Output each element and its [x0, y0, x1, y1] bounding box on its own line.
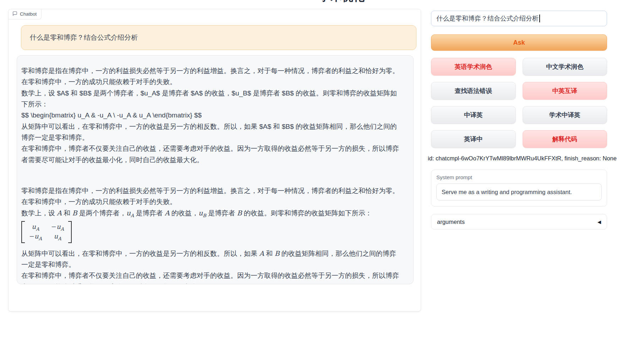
function-button[interactable]: 查找语法错误 [431, 82, 516, 100]
assistant-raw-line: 数学上，设 $A$ 和 $B$ 是两个博弈者，$u_A$ 是博弈者 $A$ 的收… [21, 88, 403, 110]
function-button[interactable]: 中译英 [431, 106, 516, 124]
accordion-collapse-icon: ◀ [597, 219, 601, 225]
chat-bubble-icon [12, 11, 17, 17]
assistant-message: 零和博弈是指在博弈中，一方的利益损失必然等于另一方的利益增益。换言之，对于每一种… [17, 55, 414, 284]
math-variable: uA [29, 222, 42, 232]
assistant-raw-line: 从矩阵中可以看出，在零和博弈中，一方的收益是另一方的相反数。所以，如果 $A$ … [21, 121, 403, 143]
payoff-matrix: uA−uA−uAuA [21, 221, 403, 247]
math-variable: uA [126, 209, 134, 217]
assistant-rendered-line: 从矩阵中可以看出，在零和博弈中，一方的收益是另一方的相反数。所以，如果 A 和 … [21, 248, 403, 270]
app-root: 学术优化 Chatbot 什么是零和博弈？结合公式介绍分析 零和博弈是指在博弈中… [0, 0, 644, 341]
matrix-right-bracket [68, 221, 72, 243]
function-button[interactable]: 英语学术润色 [431, 58, 516, 76]
assistant-rendered-line: 数学上，设 A 和 B 是两个博弈者，uA 是博弈者 A 的收益，uB 是博弈者… [21, 208, 403, 219]
system-prompt-label: System prompt [436, 174, 602, 180]
system-prompt-group: System prompt Serve me as a writing and … [431, 170, 607, 207]
function-button[interactable]: 中英互译 [523, 82, 607, 100]
controls-column: 什么是零和博弈？结合公式介绍分析 Ask 英语学术润色中文学术润色查找语法错误中… [431, 0, 607, 248]
question-input-value: 什么是零和博弈？结合公式介绍分析 [436, 14, 539, 23]
user-message-bubble: 什么是零和博弈？结合公式介绍分析 [21, 25, 416, 50]
math-variable: uB [198, 209, 206, 217]
ask-button[interactable]: Ask [431, 34, 607, 51]
function-button[interactable]: 解释代码 [523, 130, 607, 148]
function-button-grid: 英语学术润色中文学术润色查找语法错误中英互译中译英学术中译英英译中解释代码 [431, 58, 607, 148]
text-cursor [539, 15, 540, 22]
system-prompt-value: Serve me as a writing and programming as… [442, 189, 572, 196]
function-button[interactable]: 英译中 [431, 130, 516, 148]
assistant-rendered-line: 在零和博弈中，博弈者不仅要关注自己的收益，还需要考虑对手的收益。因为一方取得的收… [21, 270, 403, 284]
math-variable: uA [51, 232, 64, 242]
message-gap [21, 165, 403, 185]
math-variable: A [57, 209, 62, 217]
assistant-raw-line: $$ \begin{bmatrix} u_A & -u_A \ -u_A & u… [21, 110, 403, 121]
math-variable: B [237, 209, 242, 217]
chatbot-label: Chatbot [9, 9, 42, 20]
assistant-raw-line: 零和博弈是指在博弈中，一方的利益损失必然等于另一方的利益增益。换言之，对于每一种… [21, 65, 403, 88]
arguments-accordion[interactable]: arguments ◀ [431, 214, 607, 230]
system-prompt-input[interactable]: Serve me as a writing and programming as… [436, 183, 602, 200]
arguments-accordion-label: arguments [437, 219, 465, 225]
math-variable: B [72, 209, 77, 217]
math-variable: A [259, 249, 264, 257]
matrix-left-bracket [21, 221, 25, 243]
assistant-rendered-line: 零和博弈是指在博弈中，一方的利益损失必然等于另一方的利益增益。换言之，对于每一种… [21, 185, 403, 208]
status-line: id: chatcmpl-6wOo7KrYTwMl89lbrMWRu4UkFFX… [428, 155, 617, 162]
math-variable: −uA [51, 222, 64, 232]
chatbot-panel[interactable]: Chatbot 什么是零和博弈？结合公式介绍分析 零和博弈是指在博弈中，一方的利… [8, 9, 421, 312]
user-message-text: 什么是零和博弈？结合公式介绍分析 [30, 33, 138, 42]
math-variable: A [165, 209, 170, 217]
assistant-raw-line: 在零和博弈中，博弈者不仅要关注自己的收益，还需要考虑对手的收益。因为一方取得的收… [21, 143, 403, 165]
function-button[interactable]: 中文学术润色 [523, 58, 607, 76]
question-input[interactable]: 什么是零和博弈？结合公式介绍分析 [431, 11, 607, 26]
function-button[interactable]: 学术中译英 [523, 106, 607, 124]
math-variable: −uA [29, 232, 42, 242]
chatbot-label-text: Chatbot [20, 11, 37, 17]
math-variable: B [275, 249, 280, 257]
